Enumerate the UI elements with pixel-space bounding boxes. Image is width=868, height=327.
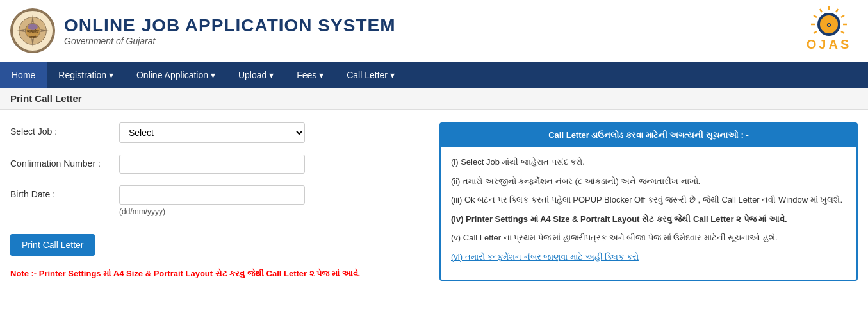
info-item-5: (v) Call Letter ના પ્રથમ પેજ માં હાજરીપત… <box>451 231 846 244</box>
nav-online-application[interactable]: Online Application ▾ <box>125 62 227 88</box>
site-title: ONLINE JOB APPLICATION SYSTEM <box>64 15 395 36</box>
svg-text:OJAS: OJAS <box>807 37 851 51</box>
info-box-body: (i) Select Job માંથી જાહેરાત પસંદ કરો. (… <box>441 147 856 278</box>
header-title-block: ONLINE JOB APPLICATION SYSTEM Government… <box>64 15 395 46</box>
svg-line-15 <box>820 9 822 12</box>
form-section: Select Job : Select Confirmation Number … <box>10 122 427 281</box>
print-button-row: Print Call Letter <box>10 228 427 256</box>
main-navbar: Home Registration ▾ Online Application ▾… <box>0 62 868 88</box>
site-subtitle: Government of Gujarat <box>64 36 395 46</box>
date-format-hint: (dd/mm/yyyy) <box>119 207 427 216</box>
nav-call-letter[interactable]: Call Letter ▾ <box>335 62 406 88</box>
svg-text:जयते: जयते <box>29 35 37 39</box>
site-header: सत्यमेव जयते ONLINE JOB APPLICATION SYST… <box>0 0 868 62</box>
confirmation-input-area <box>119 155 427 174</box>
page-title-bar: Print Call Letter <box>0 88 868 110</box>
birth-date-input[interactable] <box>119 185 305 205</box>
info-item-6[interactable]: (vi) તમારો કન્ફર્મેશન નંબર જાણવા માટે અહ… <box>451 251 846 264</box>
confirmation-number-label: Confirmation Number : <box>10 155 119 169</box>
birth-date-label: Birth Date : <box>10 185 119 199</box>
birth-date-input-area: (dd/mm/yyyy) <box>119 185 427 216</box>
info-item-4: (iv) Printer Settings માં A4 Size & Port… <box>451 213 846 226</box>
nav-fees[interactable]: Fees ▾ <box>285 62 335 88</box>
note-text: Note :- Printer Settings માં A4 Size & P… <box>10 267 395 281</box>
svg-line-16 <box>814 15 817 17</box>
info-box-header: Call Letter ડાઉનલોડ કરવા માટેની અગત્યની … <box>441 124 856 147</box>
birth-date-row: Birth Date : (dd/mm/yyyy) <box>10 185 427 216</box>
header-left: सत्यमेव जयते ONLINE JOB APPLICATION SYST… <box>10 8 395 53</box>
svg-text:O: O <box>826 22 831 28</box>
gov-emblem: सत्यमेव जयते <box>10 8 55 53</box>
main-content: Select Job : Select Confirmation Number … <box>0 110 868 294</box>
svg-point-9 <box>28 24 38 30</box>
info-box: Call Letter ડાઉનલોડ કરવા માટેની અગત્યની … <box>439 122 858 281</box>
select-job-row: Select Job : Select <box>10 122 427 143</box>
ojas-logo: O OJAS <box>800 5 858 56</box>
page-title: Print Call Letter <box>10 93 82 104</box>
nav-home[interactable]: Home <box>0 62 47 88</box>
confirmation-number-row: Confirmation Number : <box>10 155 427 174</box>
confirmation-number-input[interactable] <box>119 155 305 174</box>
nav-registration[interactable]: Registration ▾ <box>47 62 125 88</box>
nav-upload[interactable]: Upload ▾ <box>227 62 285 88</box>
select-job-dropdown[interactable]: Select <box>119 122 305 143</box>
svg-line-18 <box>814 31 817 33</box>
svg-line-11 <box>836 9 838 12</box>
info-item-1: (i) Select Job માંથી જાહેરાત પસંદ કરો. <box>451 156 846 169</box>
info-item-2: (ii) તમારો અરજીનો કન્ફર્મેશન નંબર (૮ આંક… <box>451 175 846 188</box>
select-job-input-area: Select <box>119 122 427 143</box>
select-job-label: Select Job : <box>10 122 119 137</box>
info-item-3: (iii) Ok બટન પર ક્લિક કરતાં પહેલા POPUP … <box>451 194 846 206</box>
print-call-letter-button[interactable]: Print Call Letter <box>10 234 95 256</box>
svg-line-14 <box>841 31 844 33</box>
svg-line-12 <box>841 15 844 17</box>
